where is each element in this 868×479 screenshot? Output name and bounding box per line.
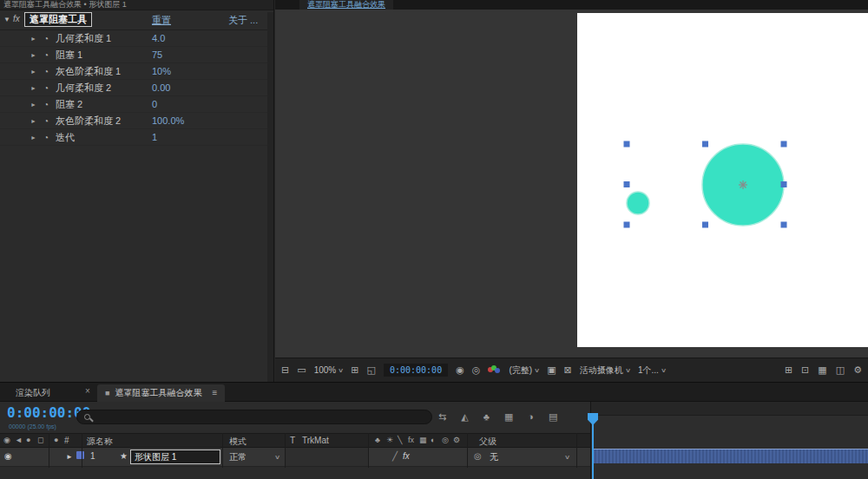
collapse-switch-icon[interactable]: ☀: [386, 436, 393, 444]
mask-visibility-icon[interactable]: ◱: [367, 364, 376, 376]
flowchart-icon[interactable]: ◫: [836, 364, 845, 376]
fx-switch-icon[interactable]: fx: [408, 436, 414, 444]
panel-menu-icon[interactable]: ≡: [212, 388, 217, 397]
layer-name-field[interactable]: 形状图层 1: [130, 449, 220, 464]
property-value[interactable]: 0: [152, 96, 157, 113]
composition-canvas[interactable]: [577, 13, 868, 347]
property-value[interactable]: 4.0: [152, 30, 165, 47]
search-input[interactable]: [96, 411, 426, 423]
parent-column-header[interactable]: 父级: [479, 436, 496, 448]
zoom-select[interactable]: 100% ∨: [314, 365, 344, 375]
expand-arrow-icon[interactable]: ►: [30, 47, 36, 63]
always-preview-icon[interactable]: ⊟: [281, 364, 289, 376]
layer-label-chip[interactable]: [76, 451, 84, 459]
3d-switch-icon[interactable]: ⚙: [453, 436, 460, 444]
selection-handle[interactable]: [781, 141, 787, 148]
scrollbar-track[interactable]: [267, 12, 273, 382]
show-snapshot-icon[interactable]: ◎: [472, 364, 481, 376]
parent-pickwhip-icon[interactable]: ◎: [474, 451, 482, 461]
selection-handle[interactable]: [624, 141, 630, 148]
label-column-icon[interactable]: ●: [54, 436, 58, 444]
effect-property-row[interactable]: ► ◔ 灰色阶柔和度 1 10%: [0, 63, 273, 80]
close-icon[interactable]: ×: [85, 386, 90, 396]
property-value[interactable]: 0.00: [152, 80, 170, 96]
stopwatch-icon[interactable]: ◔: [43, 47, 49, 63]
effect-property-row[interactable]: ► ◔ 灰色阶柔和度 2 100.0%: [0, 113, 273, 129]
property-value[interactable]: 75: [152, 47, 162, 63]
reset-link[interactable]: 重置: [152, 14, 171, 27]
expand-arrow-icon[interactable]: ►: [30, 129, 36, 146]
expand-arrow-icon[interactable]: ►: [30, 30, 36, 47]
source-name-column-header[interactable]: 源名称: [87, 436, 113, 448]
audio-column-icon[interactable]: ◄: [15, 436, 23, 444]
stopwatch-icon[interactable]: ◔: [43, 63, 49, 80]
frame-blend-switch-icon[interactable]: ▦: [419, 436, 427, 444]
mini-flowchart-icon[interactable]: ⇆: [438, 411, 446, 423]
motion-blur-icon[interactable]: ◑: [528, 411, 534, 423]
trkmat-column-header[interactable]: TrkMat: [302, 436, 329, 445]
channels-icon[interactable]: [488, 365, 501, 375]
exposure-icon[interactable]: ⚙: [853, 364, 862, 376]
timeline-button-icon[interactable]: ▦: [818, 364, 826, 376]
effect-property-row[interactable]: ► ◔ 阻塞 1 75: [0, 47, 273, 63]
layer-eye-icon[interactable]: ◉: [4, 451, 12, 461]
frame-blend-icon[interactable]: ▦: [504, 411, 513, 423]
layer-fx-icon[interactable]: fx: [403, 451, 410, 461]
stopwatch-icon[interactable]: ◔: [43, 129, 49, 146]
t-column-header[interactable]: T: [290, 436, 295, 445]
stopwatch-icon[interactable]: ◔: [43, 113, 49, 129]
lock-column-icon[interactable]: ◻: [37, 436, 43, 444]
camera-view-select[interactable]: 活动摄像机 ∨: [580, 364, 630, 377]
collapse-triangle-icon[interactable]: ▼: [3, 16, 10, 23]
shape-circle[interactable]: [627, 192, 649, 214]
selection-handle[interactable]: [624, 181, 630, 187]
stopwatch-icon[interactable]: ◔: [43, 96, 49, 113]
anchor-point-icon[interactable]: [739, 180, 747, 189]
expand-arrow-icon[interactable]: ►: [30, 63, 36, 80]
effect-property-row[interactable]: ► ◔ 阻塞 2 0: [0, 96, 273, 113]
stopwatch-icon[interactable]: ◔: [43, 30, 49, 47]
adjustment-switch-icon[interactable]: ◎: [442, 436, 449, 444]
property-value[interactable]: 10%: [152, 63, 171, 80]
draft-3d-icon[interactable]: ◭: [461, 411, 468, 423]
eye-column-icon[interactable]: ◉: [3, 436, 10, 444]
fast-previews-icon[interactable]: ⊡: [801, 364, 809, 376]
snapshot-icon[interactable]: ◉: [456, 364, 464, 376]
layer-search-box[interactable]: [76, 410, 432, 424]
property-value[interactable]: 100.0%: [152, 113, 184, 129]
effect-name-field[interactable]: 遮罩阻塞工具: [24, 12, 92, 27]
region-of-interest-icon[interactable]: ▣: [547, 364, 556, 376]
motion-blur-switch-icon[interactable]: ◐: [431, 436, 435, 444]
expand-arrow-icon[interactable]: ►: [30, 96, 36, 113]
selection-handle[interactable]: [624, 222, 630, 228]
effect-property-row[interactable]: ► ◔ 几何柔和度 2 0.00: [0, 80, 273, 96]
timeline-track-area[interactable]: [590, 402, 868, 479]
layer-duration-bar[interactable]: [593, 449, 868, 463]
tab-render-queue[interactable]: 渲染队列: [5, 385, 61, 402]
effect-property-row[interactable]: ► ◔ 迭代 1: [0, 129, 273, 146]
time-ruler[interactable]: [591, 402, 868, 416]
layer-expand-icon[interactable]: ►: [66, 453, 73, 461]
about-link[interactable]: 关于 ...: [228, 14, 258, 27]
tab-composition[interactable]: ■遮罩阻塞工具融合效果≡: [97, 384, 225, 402]
parent-select[interactable]: 无: [490, 451, 498, 463]
quality-switch-icon[interactable]: ╲: [398, 436, 402, 444]
expand-arrow-icon[interactable]: ►: [30, 113, 36, 129]
trkmat-cell[interactable]: [286, 448, 368, 466]
preview-timecode[interactable]: 0:00:00:00: [384, 364, 448, 377]
shy-switch-icon[interactable]: ♣: [375, 436, 380, 444]
selection-handle[interactable]: [702, 222, 708, 228]
mode-column-header[interactable]: 模式: [229, 436, 247, 448]
graph-editor-icon[interactable]: ▤: [549, 411, 557, 423]
primary-viewer-icon[interactable]: ▭: [297, 364, 306, 376]
selection-handle[interactable]: [702, 141, 708, 148]
grid-options-icon[interactable]: ⊞: [351, 364, 358, 376]
selection-handle[interactable]: [781, 181, 787, 187]
hide-shy-layers-icon[interactable]: ♣: [483, 411, 490, 423]
pixel-aspect-icon[interactable]: ⊞: [785, 364, 792, 376]
view-layout-select[interactable]: 1个... ∨: [638, 364, 666, 377]
layer-mode-select[interactable]: 正常: [229, 451, 247, 463]
composition-tab[interactable]: 遮罩阻塞工具融合效果: [299, 0, 393, 10]
solo-column-icon[interactable]: ●: [26, 436, 30, 444]
resolution-select[interactable]: (完整) ∨: [509, 364, 539, 377]
